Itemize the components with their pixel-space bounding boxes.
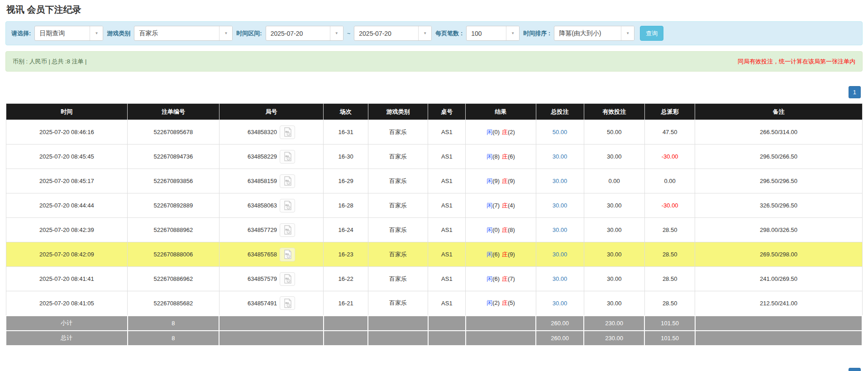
cell-round-id: 634858229 [219,145,324,169]
cell-remark: 296.50/266.50 [695,145,862,169]
video-replay-button[interactable] [280,248,295,261]
video-replay-icon [283,225,292,235]
total-bet-link[interactable]: 30.00 [553,178,568,184]
bet-records-table: 时间注单编号局号场次游戏类别桌号结果总投注有效投注总派彩备注 2025-07-2… [5,103,863,346]
game-category-dropdown[interactable]: 百家乐 ▼ [134,26,233,41]
video-replay-button[interactable] [280,199,295,212]
cell-payout: -30.00 [644,193,695,218]
footer-empty [368,331,428,346]
total-bet-link[interactable]: 30.00 [553,251,568,258]
chevron-down-icon[interactable]: ▼ [418,26,431,40]
result-banker-label: 庄 [502,226,508,233]
date-from-picker[interactable]: 2025-07-20 ▼ [266,26,343,41]
total-bet-link[interactable]: 30.00 [553,226,568,233]
total-bet-link[interactable]: 30.00 [553,300,568,307]
cell-table-number: AS1 [428,145,466,169]
total-bet-link[interactable]: 30.00 [553,202,568,209]
round-wrap: 634857658 [220,248,323,261]
cell-valid-bet: 30.00 [584,291,644,316]
footer-empty [219,316,324,331]
cell-table-number: AS1 [428,267,466,291]
result-banker-value: (4) [508,202,515,209]
cell-total-bet: 30.00 [536,218,584,242]
column-header-0: 时间 [6,104,128,120]
sort-order-dropdown[interactable]: 降冪(由大到小) ▼ [554,26,634,41]
cell-game-category: 百家乐 [368,120,428,145]
cell-table-number: AS1 [428,193,466,218]
cell-remark: 212.50/241.00 [695,291,862,316]
cell-bet-id: 522670885682 [128,291,219,316]
cell-payout: 28.50 [644,218,695,242]
table-row: 2025-07-20 08:41:05522670885682634857491… [6,291,862,316]
round-wrap: 634858229 [220,150,323,164]
video-replay-button[interactable] [280,296,295,310]
page-size-dropdown[interactable]: 100 ▼ [466,26,520,41]
sort-order-label: 时间排序 : [523,29,550,38]
cell-time: 2025-07-20 08:44:44 [6,193,128,218]
chevron-down-icon[interactable]: ▼ [506,26,519,40]
game-category-label: 游戏类别 [107,29,130,38]
date-to-picker[interactable]: 2025-07-20 ▼ [354,26,432,41]
chevron-down-icon[interactable]: ▼ [621,26,634,40]
cell-result: 闲(6)庄(7) [466,267,536,291]
footer-label: 总计 [6,331,128,346]
cell-bet-id: 522670888006 [128,242,219,267]
cell-bet-id: 522670888962 [128,218,219,242]
cell-bet-id: 522670895678 [128,120,219,145]
cell-round-id: 634857579 [219,267,324,291]
footer-count: 8 [128,331,219,346]
result-banker-value: (9) [508,251,515,258]
table-header-row: 时间注单编号局号场次游戏类别桌号结果总投注有效投注总派彩备注 [6,104,862,120]
chevron-down-icon[interactable]: ▼ [219,26,232,40]
video-replay-button[interactable] [280,125,295,139]
total-bet-link[interactable]: 30.00 [553,275,568,282]
result-banker-label: 庄 [502,153,508,160]
column-header-10: 备注 [695,104,862,120]
column-header-3: 场次 [324,104,368,120]
video-replay-button[interactable] [280,174,295,188]
range-separator: ~ [347,30,351,37]
round-wrap: 634857579 [220,272,323,286]
footer-label: 小计 [6,316,128,331]
column-header-1: 注单编号 [128,104,219,120]
result-player-label: 闲 [486,129,492,135]
footer-empty [428,316,466,331]
column-header-2: 局号 [219,104,324,120]
cell-game-category: 百家乐 [368,218,428,242]
total-bet-link[interactable]: 50.00 [553,129,568,135]
result-player-value: (2) [492,299,500,306]
video-replay-button[interactable] [280,223,295,237]
chevron-down-icon[interactable]: ▼ [90,26,103,40]
video-replay-button[interactable] [280,272,295,286]
query-type-dropdown[interactable]: 日期查询 ▼ [34,26,103,41]
cell-result: 闲(0)庄(2) [466,120,536,145]
table-row: 2025-07-20 08:46:16522670895678634858320… [6,120,862,145]
footer-valid-bet: 230.00 [584,331,644,346]
cell-result: 闲(2)庄(5) [466,291,536,316]
search-button[interactable]: 查询 [640,26,663,41]
table-row: 2025-07-20 08:45:45522670894736634858229… [6,145,862,169]
result-player-value: (6) [492,251,500,258]
result-player-value: (0) [492,129,500,135]
page-number-button[interactable]: 1 [849,86,861,98]
footer-payout: 101.50 [644,316,695,331]
cell-result: 闲(0)庄(8) [466,218,536,242]
summary-bar: 币别 : 人民币 | 总共 :8 注单 | 同局有效投注，统一计算在该局第一张注… [5,51,863,72]
cell-remark: 269.50/298.00 [695,242,862,267]
cell-total-bet: 50.00 [536,120,584,145]
select-type-label: 请选择: [11,29,31,38]
total-bet-link[interactable]: 30.00 [553,153,568,160]
cell-bet-id: 522670886962 [128,267,219,291]
footer-empty [695,331,862,346]
footer-empty [219,331,324,346]
video-replay-button[interactable] [280,150,295,164]
page-number-button[interactable]: 1 [849,368,861,371]
cell-session: 16-21 [324,291,368,316]
cell-result: 闲(9)庄(9) [466,169,536,193]
page: 视讯 会员下注纪录 请选择: 日期查询 ▼ 游戏类别 百家乐 ▼ 时间区间: 2… [0,0,868,371]
cell-table-number: AS1 [428,120,466,145]
chevron-down-icon[interactable]: ▼ [330,26,343,40]
cell-time: 2025-07-20 08:45:17 [6,169,128,193]
round-id-text: 634857491 [248,300,277,307]
result-banker-label: 庄 [502,129,508,135]
